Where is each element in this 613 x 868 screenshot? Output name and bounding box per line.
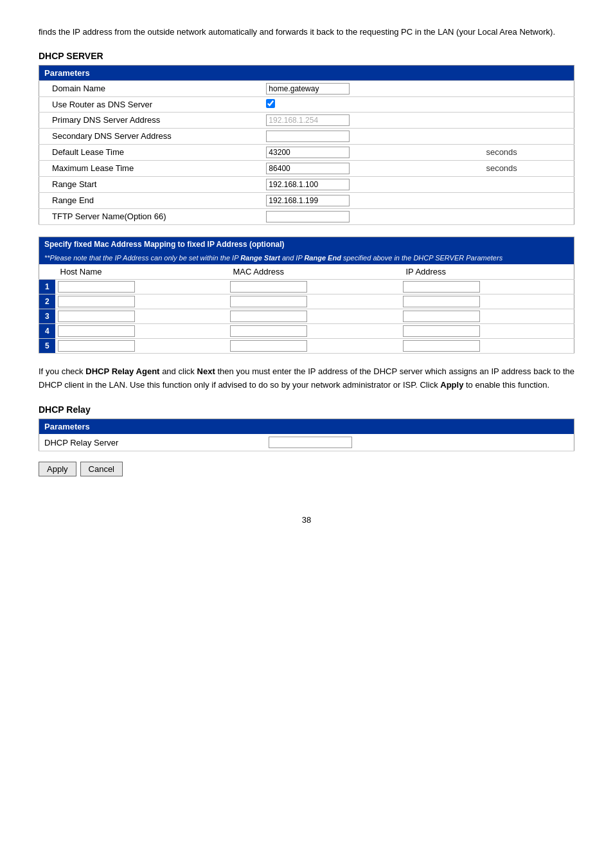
- host-field-5[interactable]: [58, 340, 135, 352]
- ip-input-5[interactable]: [400, 338, 574, 353]
- ip-input-2[interactable]: [400, 294, 574, 309]
- default-lease-value[interactable]: [263, 144, 483, 160]
- primary-dns-input[interactable]: [266, 114, 350, 126]
- host-input-1[interactable]: [55, 279, 228, 294]
- col-header-ip: IP Address: [400, 264, 574, 280]
- tftp-server-input[interactable]: [266, 211, 350, 222]
- dhcp-server-table: Parameters Domain Name Use Router as DNS…: [39, 65, 574, 225]
- apply-inline-label: Apply: [440, 380, 463, 390]
- next-label: Next: [197, 366, 215, 376]
- host-input-5[interactable]: [55, 338, 228, 353]
- table-row: Domain Name: [39, 80, 574, 96]
- secondary-dns-value[interactable]: [263, 128, 483, 144]
- row-num-4: 4: [39, 323, 55, 338]
- domain-name-value[interactable]: [263, 80, 483, 96]
- max-lease-input[interactable]: [266, 163, 350, 174]
- host-input-3[interactable]: [55, 309, 228, 323]
- table-row: Primary DNS Server Address: [39, 112, 574, 128]
- ip-field-2[interactable]: [403, 296, 480, 307]
- mac-field-4[interactable]: [230, 325, 307, 337]
- dhcp-relay-table: Parameters DHCP Relay Server: [39, 419, 574, 451]
- col-header-host: Host Name: [55, 264, 228, 280]
- host-input-2[interactable]: [55, 294, 228, 309]
- mac-mapping-title: Specify fixed Mac Address Mapping to fix…: [39, 237, 574, 251]
- domain-name-input[interactable]: [266, 83, 350, 95]
- table-row: Range Start: [39, 176, 574, 192]
- primary-dns-value[interactable]: [263, 112, 483, 128]
- secondary-dns-input[interactable]: [266, 131, 350, 142]
- default-lease-input[interactable]: [266, 147, 350, 158]
- intro-paragraph: finds the IP address from the outside ne…: [39, 26, 574, 39]
- mac-row-1: 1: [39, 279, 574, 294]
- mac-field-2[interactable]: [230, 296, 307, 307]
- apply-button[interactable]: Apply: [39, 462, 76, 476]
- ip-field-3[interactable]: [403, 311, 480, 322]
- mac-input-4[interactable]: [227, 323, 400, 338]
- mac-input-5[interactable]: [227, 338, 400, 353]
- mac-input-2[interactable]: [227, 294, 400, 309]
- mac-mapping-note: **Please note that the IP Address can on…: [39, 251, 574, 264]
- page-number: 38: [39, 515, 574, 525]
- table-row: Maximum Lease Time seconds: [39, 160, 574, 176]
- mac-field-5[interactable]: [230, 340, 307, 352]
- range-start-input[interactable]: [266, 179, 350, 190]
- use-router-dns-checkbox[interactable]: [266, 99, 275, 108]
- primary-dns-label: Primary DNS Server Address: [39, 112, 264, 128]
- mac-row-3: 3: [39, 309, 574, 323]
- use-router-dns-value[interactable]: [263, 96, 483, 112]
- mac-input-3[interactable]: [227, 309, 400, 323]
- dhcp-server-section: DHCP SERVER Parameters Domain Name Use R…: [39, 51, 574, 225]
- cancel-button[interactable]: Cancel: [80, 462, 123, 476]
- dhcp-relay-agent-label: DHCP Relay Agent: [85, 366, 159, 376]
- mac-mapping-section: Specify fixed Mac Address Mapping to fix…: [39, 237, 574, 354]
- table-row: TFTP Server Name(Option 66): [39, 208, 574, 224]
- range-start-value[interactable]: [263, 176, 483, 192]
- range-start-label: Range Start: [39, 176, 264, 192]
- mac-field-3[interactable]: [230, 311, 307, 322]
- range-end-value[interactable]: [263, 192, 483, 208]
- col-header-mac: MAC Address: [227, 264, 400, 280]
- table-row: Use Router as DNS Server: [39, 96, 574, 112]
- body-text-1: If you check: [39, 366, 85, 376]
- ip-input-1[interactable]: [400, 279, 574, 294]
- row-num-3: 3: [39, 309, 55, 323]
- domain-name-label: Domain Name: [39, 80, 264, 96]
- tftp-server-label: TFTP Server Name(Option 66): [39, 208, 264, 224]
- range-end-input[interactable]: [266, 195, 350, 206]
- row-num-5: 5: [39, 338, 55, 353]
- ip-input-3[interactable]: [400, 309, 574, 323]
- ip-field-4[interactable]: [403, 325, 480, 337]
- mac-mapping-table: Specify fixed Mac Address Mapping to fix…: [39, 237, 574, 354]
- default-lease-label: Default Lease Time: [39, 144, 264, 160]
- host-field-2[interactable]: [58, 296, 135, 307]
- table-row: Default Lease Time seconds: [39, 144, 574, 160]
- dhcp-relay-section: DHCP Relay Parameters DHCP Relay Server: [39, 404, 574, 451]
- host-input-4[interactable]: [55, 323, 228, 338]
- relay-server-value[interactable]: [263, 434, 574, 451]
- row-num-1: 1: [39, 279, 55, 294]
- dhcp-relay-title: DHCP Relay: [39, 404, 574, 415]
- mac-row-5: 5: [39, 338, 574, 353]
- secondary-dns-label: Secondary DNS Server Address: [39, 128, 264, 144]
- ip-field-5[interactable]: [403, 340, 480, 352]
- host-field-3[interactable]: [58, 311, 135, 322]
- relay-server-input[interactable]: [269, 437, 352, 448]
- default-lease-unit: seconds: [483, 144, 574, 160]
- body-text-4: to enable this function.: [463, 380, 549, 390]
- max-lease-value[interactable]: [263, 160, 483, 176]
- mac-input-1[interactable]: [227, 279, 400, 294]
- host-field-4[interactable]: [58, 325, 135, 337]
- max-lease-unit: seconds: [483, 160, 574, 176]
- max-lease-label: Maximum Lease Time: [39, 160, 264, 176]
- tftp-server-value[interactable]: [263, 208, 483, 224]
- relay-server-label: DHCP Relay Server: [39, 434, 264, 451]
- range-end-label: Range End: [39, 192, 264, 208]
- ip-field-1[interactable]: [403, 281, 480, 293]
- mac-field-1[interactable]: [230, 281, 307, 293]
- host-field-1[interactable]: [58, 281, 135, 293]
- table-row: Secondary DNS Server Address: [39, 128, 574, 144]
- ip-input-4[interactable]: [400, 323, 574, 338]
- action-buttons: Apply Cancel: [39, 462, 574, 476]
- body-text-2: and click: [159, 366, 197, 376]
- mac-row-4: 4: [39, 323, 574, 338]
